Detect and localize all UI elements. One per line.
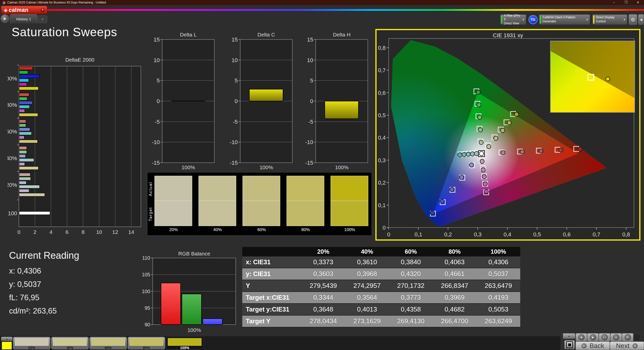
next-button[interactable]: Next »	[610, 341, 644, 350]
current-reading-block: Current Reading x: 0,4306 y: 0,5037 fL: …	[9, 250, 79, 320]
refresh-button[interactable]: ⟳	[622, 333, 633, 341]
settings-button[interactable]: ⚙	[628, 14, 637, 25]
chevron-left-icon: ◀	[640, 18, 642, 21]
cie-inset-measured-marker	[606, 77, 610, 81]
infinity-icon: ∞	[615, 336, 617, 339]
table-cell: 0,3610	[345, 258, 389, 266]
svg-text:0,2: 0,2	[378, 180, 386, 186]
cie-zoom-inset	[550, 41, 635, 113]
table-row: x: CIE310,33730,36100,38400,40630,4306	[242, 256, 520, 268]
pattern-button-20%[interactable]: 20%	[13, 337, 50, 349]
transport-expand-button[interactable]: ▲	[563, 333, 575, 339]
tab-history-1[interactable]: History 1	[10, 14, 37, 23]
svg-text:-5: -5	[155, 119, 160, 125]
table-row: Target x:CIE310,33440,35640,37730,39690,…	[242, 292, 520, 304]
calman-logo-icon: ◈	[4, 7, 8, 13]
svg-text:10: 10	[154, 57, 160, 63]
target-swatch	[154, 201, 192, 226]
minimize-button[interactable]: –	[608, 0, 620, 5]
chevron-up-icon: ▲	[6, 338, 8, 340]
pattern-swatch	[91, 338, 125, 346]
current-pattern-swatch	[2, 342, 12, 349]
meter-device-button[interactable]: X-Rite i1Pro 3 Direct View ▼	[500, 14, 526, 25]
close-button[interactable]: ✕	[632, 0, 644, 5]
collapse-toolbar-button[interactable]: ◀	[638, 14, 644, 25]
svg-text:60%: 60%	[8, 128, 17, 135]
play-button[interactable]: ▶	[587, 333, 599, 341]
table-cell: 0,4193	[476, 294, 520, 301]
back-button[interactable]: « Back	[576, 341, 610, 350]
reading-cdm2: cd/m²: 263,65	[9, 307, 79, 316]
table-cell: 0,4013	[345, 305, 389, 313]
pattern-button-40%[interactable]: 40%	[51, 337, 89, 349]
current-reading-title: Current Reading	[9, 250, 79, 261]
cie-inset-target-marker	[588, 74, 594, 80]
actual-swatch	[154, 176, 192, 201]
swatch-column-label: 40%	[198, 227, 237, 232]
display-device-button[interactable]: Direct Display Control ▼	[592, 14, 627, 25]
svg-text:0: 0	[157, 98, 160, 104]
svg-text:5: 5	[157, 77, 160, 84]
svg-text:-5: -5	[233, 119, 238, 125]
pattern-swatch	[15, 338, 49, 346]
pattern-button-label: 100%	[166, 346, 203, 350]
svg-text:20%: 20%	[8, 182, 17, 188]
restore-button[interactable]: ❐	[620, 0, 632, 5]
svg-text:Delta L: Delta L	[180, 32, 197, 37]
svg-text:2: 2	[33, 229, 36, 235]
meter-count-badge[interactable]: 711	[529, 15, 538, 24]
table-cell: 0,4320	[389, 270, 433, 278]
table-row: Target y:CIE310,36480,40130,43580,46820,…	[242, 304, 520, 316]
frame-step-button[interactable]: [··]	[599, 333, 610, 341]
stop-pattern-button[interactable]	[564, 340, 575, 349]
svg-text:RGB Balance: RGB Balance	[178, 251, 210, 256]
gear-icon: ⚙	[631, 17, 635, 23]
stop-button[interactable]: ■	[576, 333, 587, 341]
svg-text:0,1: 0,1	[415, 231, 422, 238]
table-cell: 0,3344	[301, 294, 345, 301]
svg-text:100%: 100%	[335, 164, 349, 170]
svg-text:DeltaE 2000: DeltaE 2000	[65, 57, 95, 63]
pattern-button-label: 20%	[13, 346, 50, 350]
svg-text:15: 15	[307, 36, 313, 43]
svg-text:10: 10	[96, 229, 102, 235]
back-label: Back	[590, 342, 604, 350]
target-swatch	[243, 201, 280, 226]
add-tab-button[interactable]: +	[38, 15, 47, 23]
svg-text:100: 100	[142, 289, 150, 294]
target-swatch	[198, 201, 236, 226]
pattern-panel-expand-button[interactable]: ▲	[1, 337, 13, 341]
tab-scroll-button[interactable]: ▶	[1, 14, 9, 23]
svg-text:0,6: 0,6	[378, 90, 386, 96]
refresh-icon: ⟳	[627, 336, 629, 339]
table-cell: 263,6249	[476, 317, 520, 325]
table-cell: 0,3969	[433, 294, 476, 301]
app-icon	[2, 1, 6, 5]
next-arrows-icon: »	[632, 343, 638, 348]
table-row-label: Target Y	[242, 318, 301, 325]
table-cell: 0,3840	[389, 258, 433, 266]
delta-l-chart: Delta L151050-5-10-15100%	[150, 31, 219, 171]
source-device-button[interactable]: CalMAN Client 3 Pattern Generator ▼	[539, 14, 590, 25]
meter-device-label: X-Rite i1Pro 3 Direct View	[504, 14, 522, 26]
svg-text:15: 15	[154, 36, 160, 43]
pattern-button-100%[interactable]: 100%	[166, 337, 203, 349]
table-cell: 0,5053	[476, 305, 520, 313]
svg-text:95: 95	[145, 305, 150, 311]
window-titlebar: Calman 2025 Calman Ultimate for Business…	[0, 0, 644, 5]
table-header-cell: 100%	[476, 248, 520, 255]
svg-text:-15: -15	[152, 160, 160, 166]
table-cell: 0,4306	[476, 258, 520, 266]
swatch-column-label: 60%	[243, 227, 281, 232]
loop-button[interactable]: ∞	[610, 333, 622, 341]
pattern-swatch	[168, 338, 202, 346]
target-swatch	[287, 201, 324, 226]
calman-menu-button[interactable]: ◈ calman ▼	[1, 6, 47, 14]
frame-icon: [··]	[603, 336, 606, 338]
pattern-button-80%[interactable]: 80%	[128, 337, 165, 349]
svg-text:-15: -15	[230, 160, 238, 166]
table-header-cell: 20%	[301, 248, 345, 255]
svg-text:100%: 100%	[182, 164, 195, 170]
pattern-button-60%[interactable]: 60%	[90, 337, 127, 349]
svg-text:0: 0	[235, 98, 238, 104]
